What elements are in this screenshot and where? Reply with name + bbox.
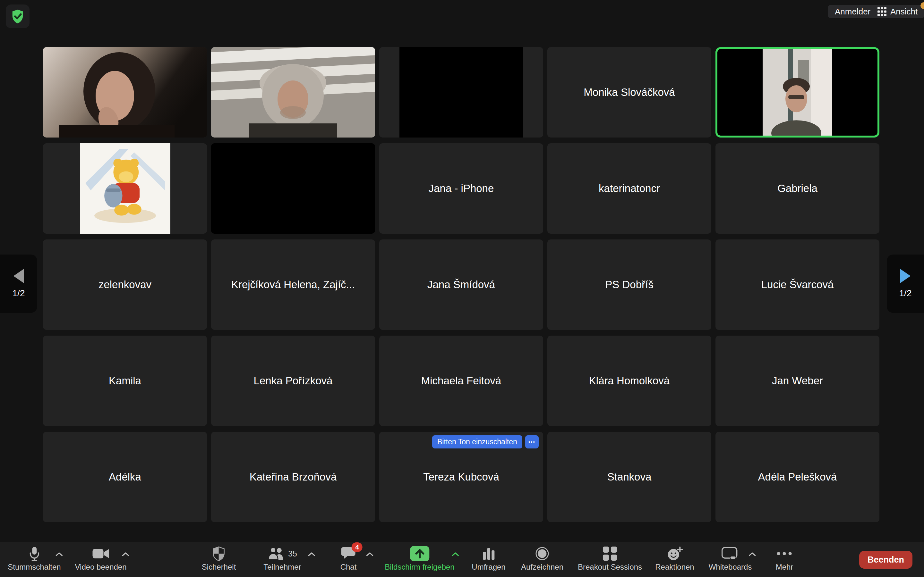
security-shield-icon	[212, 546, 226, 561]
arrow-right-icon	[900, 269, 911, 283]
ask-to-unmute-more-button[interactable]: •••	[525, 435, 539, 448]
chevron-up-icon	[308, 552, 315, 556]
microphone-icon	[28, 546, 41, 561]
participant-name: Lenka Pořízková	[254, 375, 333, 387]
participant-tile[interactable]: Kamila	[43, 335, 207, 426]
meeting-toolbar: Stummschalten Video beenden	[0, 542, 924, 577]
ask-to-unmute-button[interactable]: Bitten Ton einzuschalten	[432, 435, 522, 448]
participant-name: Stankova	[607, 471, 652, 483]
page-indicator: 1/2	[899, 288, 912, 298]
polls-icon	[481, 546, 496, 561]
video-camera-icon	[92, 548, 110, 559]
video-feed	[211, 47, 375, 137]
notification-dot	[921, 2, 924, 9]
participant-name: Tereza Kubcová	[423, 471, 499, 483]
participant-name: Klára Homolková	[589, 375, 670, 387]
chevron-up-icon	[749, 552, 756, 556]
view-button[interactable]: Ansicht	[871, 5, 924, 18]
video-feed	[43, 47, 207, 137]
video-options-caret[interactable]	[122, 552, 129, 558]
mute-button[interactable]: Stummschalten	[8, 546, 61, 572]
participant-tile[interactable]: Lucie Švarcová	[716, 239, 879, 330]
participant-tile[interactable]: Stankova	[548, 432, 711, 522]
chevron-up-icon	[55, 552, 63, 556]
chevron-up-icon	[122, 552, 129, 556]
participant-tile[interactable]: Jana - iPhone	[379, 143, 543, 234]
previous-page-button[interactable]: 1/2	[0, 255, 37, 313]
participant-name: Kateřina Brzoňová	[250, 471, 337, 483]
arrow-left-icon	[13, 269, 24, 283]
participant-tile[interactable]: Monika Slováčková	[548, 47, 711, 137]
participant-name: Kamila	[109, 375, 141, 387]
breakout-sessions-icon	[603, 546, 617, 561]
chevron-up-icon	[367, 552, 373, 556]
participant-name: Jana Šmídová	[427, 279, 495, 291]
participants-button[interactable]: 35 Teilnehmer	[263, 546, 301, 572]
whiteboards-options-caret[interactable]	[749, 552, 756, 558]
participant-name: Jana - iPhone	[429, 182, 494, 195]
participant-name: Lucie Švarcová	[761, 279, 834, 291]
chat-options-caret[interactable]	[367, 552, 373, 558]
sign-in-label: Anmelden	[835, 7, 872, 17]
meeting-security-shield[interactable]	[6, 5, 29, 28]
record-icon	[535, 546, 549, 561]
participant-tile[interactable]: Gabriela	[716, 143, 879, 234]
participant-tile[interactable]: Jana Šmídová	[379, 239, 543, 330]
page-indicator: 1/2	[13, 288, 25, 298]
participant-name: Michaela Feitová	[421, 375, 501, 387]
ask-to-unmute-controls: Bitten Ton einzuschalten •••	[432, 435, 539, 448]
profile-image	[80, 143, 170, 234]
breakout-sessions-button[interactable]: Breakout Sessions	[578, 546, 642, 572]
participant-name: Adélka	[109, 471, 141, 483]
participant-name: Monika Slováčková	[583, 86, 675, 98]
chat-button[interactable]: 4 Chat	[341, 546, 357, 572]
participant-tile[interactable]: Krejčíková Helena, Zajíč...	[211, 239, 375, 330]
participant-name: Krejčíková Helena, Zajíč...	[231, 279, 355, 291]
shield-check-icon	[9, 8, 26, 25]
participant-tile[interactable]: Klára Homolková	[548, 335, 711, 426]
share-screen-button[interactable]: Bildschirm freigeben	[384, 546, 454, 572]
whiteboards-icon	[722, 547, 739, 560]
record-button[interactable]: Aufzeichnen	[521, 546, 564, 572]
end-meeting-button[interactable]: Beenden	[859, 551, 913, 569]
participant-tile[interactable]: Adélka	[43, 432, 207, 522]
participant-tile-camera-dark[interactable]	[211, 143, 375, 234]
security-button[interactable]: Sicherheit	[202, 546, 236, 572]
view-label: Ansicht	[890, 7, 918, 17]
polls-button[interactable]: Umfragen	[472, 546, 505, 572]
participant-tile[interactable]: zelenkovav	[43, 239, 207, 330]
chevron-up-icon	[452, 552, 459, 556]
participant-tile[interactable]: Michaela Feitová	[379, 335, 543, 426]
video-feed	[762, 49, 832, 135]
participant-tile[interactable]: Bitten Ton einzuschalten ••• Tereza Kubc…	[379, 432, 543, 522]
next-page-button[interactable]: 1/2	[887, 255, 924, 313]
whiteboards-button[interactable]: Whiteboards	[709, 546, 752, 572]
more-icon	[777, 552, 792, 556]
participant-tile[interactable]: Adéla Pelešková	[716, 432, 879, 522]
participants-count: 35	[288, 549, 297, 558]
participant-name: Jan Weber	[772, 375, 823, 387]
chat-unread-badge: 4	[352, 542, 363, 552]
participant-tile[interactable]: Lenka Pořízková	[211, 335, 375, 426]
participant-name: Adéla Pelešková	[758, 471, 837, 483]
participant-name: Gabriela	[777, 182, 817, 195]
participant-tile-profile-image[interactable]	[43, 143, 207, 234]
participant-tile-video[interactable]	[43, 47, 207, 137]
mute-options-caret[interactable]	[55, 552, 63, 558]
participant-tile-camera-dark[interactable]	[379, 47, 543, 137]
participant-tile[interactable]: katerinatoncr	[548, 143, 711, 234]
reactions-icon	[667, 546, 683, 561]
reactions-button[interactable]: Reaktionen	[655, 546, 694, 572]
participant-tile-video[interactable]	[211, 47, 375, 137]
participant-tile[interactable]: PS Dobříš	[548, 239, 711, 330]
participant-name: zelenkovav	[99, 279, 152, 291]
more-button[interactable]: Mehr	[776, 546, 793, 572]
participant-tile-active-speaker[interactable]	[716, 47, 879, 137]
participant-tile[interactable]: Jan Weber	[716, 335, 879, 426]
participant-tile[interactable]: Kateřina Brzoňová	[211, 432, 375, 522]
share-options-caret[interactable]	[452, 552, 459, 558]
participants-options-caret[interactable]	[308, 552, 315, 558]
participants-icon	[268, 547, 285, 560]
stop-video-button[interactable]: Video beenden	[75, 546, 126, 572]
participant-name: PS Dobříš	[605, 279, 653, 291]
